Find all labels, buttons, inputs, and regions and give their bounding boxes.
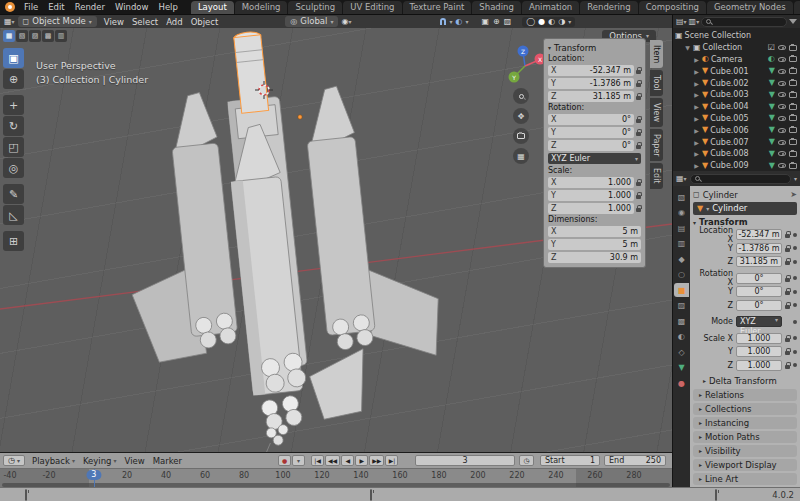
- frame-end-field[interactable]: End 250: [604, 455, 666, 466]
- outliner-row-scene-collection[interactable]: ▣Scene Collection: [673, 30, 800, 42]
- jump-to-start-button[interactable]: |◀: [311, 455, 324, 466]
- expand-arrow-icon[interactable]: ▶: [693, 91, 700, 98]
- lock-icon[interactable]: [636, 132, 641, 136]
- hide-in-viewport-icon[interactable]: [778, 163, 786, 168]
- lock-icon[interactable]: [636, 195, 641, 199]
- viewport-menu-object[interactable]: Object: [187, 17, 223, 27]
- lock-icon[interactable]: [636, 70, 641, 74]
- lock-icon[interactable]: [785, 365, 790, 369]
- outliner-row-cube-008[interactable]: ▶▼Cube.008▼: [673, 148, 800, 160]
- lock-icon[interactable]: [636, 145, 641, 149]
- n-panel-rotation-y-field[interactable]: Y0°: [548, 127, 634, 138]
- show-overlays-toggle[interactable]: ⊕: [493, 18, 500, 26]
- properties-tab-scene[interactable]: ◆: [674, 252, 689, 266]
- disable-in-renders-icon[interactable]: [789, 92, 797, 98]
- property-value-field[interactable]: -1.3786 m: [736, 243, 782, 254]
- outliner-search-input[interactable]: [701, 17, 787, 27]
- panel-visibility[interactable]: ▸Visibility: [693, 445, 797, 457]
- lock-icon[interactable]: [785, 234, 790, 238]
- workspace-tab-script[interactable]: Script: [794, 1, 800, 14]
- outliner-row-cube-004[interactable]: ▶▼Cube.004▼: [673, 101, 800, 113]
- properties-tab-tool[interactable]: ▧: [674, 190, 689, 204]
- timeline-menu-keying[interactable]: Keying▾: [80, 456, 120, 466]
- n-panel-dimensions-z-field[interactable]: Z30.9 m: [548, 252, 641, 263]
- rotation-mode-dropdown[interactable]: XYZ Euler▾: [736, 316, 782, 327]
- menu-render[interactable]: Render: [70, 0, 110, 14]
- current-frame-indicator[interactable]: 3: [86, 470, 101, 480]
- play-reverse-button[interactable]: ◀: [341, 455, 354, 466]
- material-preview-button[interactable]: ◐: [548, 18, 555, 26]
- workspace-tab-uv-editing[interactable]: UV Editing: [343, 1, 401, 14]
- animate-property-dot[interactable]: [793, 276, 797, 280]
- timeline-menu-marker[interactable]: Marker: [150, 456, 185, 466]
- lock-icon[interactable]: [636, 119, 641, 123]
- n-panel-rotation-z-field[interactable]: Z0°: [548, 140, 634, 151]
- property-value-field[interactable]: 0°: [736, 300, 782, 311]
- show-gizmo-toggle[interactable]: ▣: [481, 18, 489, 26]
- properties-tab-render[interactable]: ◉: [674, 206, 689, 220]
- jump-to-end-button[interactable]: ▶|: [385, 455, 398, 466]
- tool-scale[interactable]: ◰: [3, 137, 24, 157]
- animate-property-dot[interactable]: [793, 336, 797, 340]
- current-frame-field[interactable]: 3: [415, 455, 515, 466]
- panel-collections[interactable]: ▸Collections: [693, 403, 797, 415]
- toggle-xray-button[interactable]: ▨: [504, 18, 512, 26]
- tool-measure[interactable]: ◺: [3, 205, 24, 225]
- expand-arrow-icon[interactable]: ▶: [693, 103, 700, 110]
- n-panel-title-row[interactable]: ▾ Transform: [548, 42, 641, 53]
- hide-in-viewport-icon[interactable]: [778, 128, 786, 133]
- expand-arrow-icon[interactable]: ▶: [693, 68, 700, 75]
- frame-start-field[interactable]: Start 1: [540, 455, 600, 466]
- tool-select-box[interactable]: ▣: [3, 48, 24, 68]
- n-panel-location-x-field[interactable]: X-52.347 m: [548, 65, 634, 76]
- animate-property-dot[interactable]: [793, 320, 797, 324]
- animate-property-dot[interactable]: [793, 303, 797, 307]
- viewport-menu-select[interactable]: Select: [128, 17, 162, 27]
- menu-window[interactable]: Window: [110, 0, 154, 14]
- toggle-perspective-button[interactable]: ▦: [513, 148, 529, 164]
- rendered-shading-button[interactable]: ◑: [558, 18, 565, 26]
- n-panel-rotation-x-field[interactable]: X0°: [548, 114, 634, 125]
- property-value-field[interactable]: 0°: [736, 273, 782, 284]
- n-panel-tab-paper[interactable]: Paper: [650, 129, 663, 162]
- editor-type-3d-viewport-icon[interactable]: ▦▾: [4, 18, 15, 26]
- properties-tab-constraints[interactable]: ◇: [674, 345, 689, 359]
- pin-id-icon[interactable]: ➤: [790, 190, 797, 199]
- properties-tab-output[interactable]: ▤: [674, 221, 689, 235]
- disable-in-renders-icon[interactable]: [789, 80, 797, 86]
- disable-in-renders-icon[interactable]: [789, 45, 797, 51]
- outliner-filter-icon[interactable]: [789, 19, 797, 24]
- collapse-arrow-icon[interactable]: ▼: [684, 44, 691, 51]
- wireframe-shading-button[interactable]: ◯: [526, 18, 535, 26]
- timeline-menu-playback[interactable]: Playback▾: [29, 456, 78, 466]
- panel-motion-paths[interactable]: ▸Motion Paths: [693, 431, 797, 443]
- expand-arrow-icon[interactable]: ▶: [693, 150, 700, 157]
- n-panel-dimensions-y-field[interactable]: Y5 m: [548, 239, 641, 250]
- outliner-row-collection[interactable]: ▼▣Collection☑: [673, 42, 800, 54]
- properties-tab-material[interactable]: ●: [674, 376, 689, 390]
- previous-keyframe-button[interactable]: ◀◀: [325, 455, 340, 466]
- navigation-gizmo[interactable]: Z X Y: [503, 42, 547, 86]
- workspace-tab-sculpting[interactable]: Sculpting: [288, 1, 342, 14]
- outliner-row-cube-001[interactable]: ▶▼Cube.001▼: [673, 65, 800, 77]
- rocket-model-render[interactable]: [106, 28, 452, 452]
- lock-icon[interactable]: [785, 278, 790, 282]
- tool-move[interactable]: +: [3, 95, 24, 115]
- pivot-point-dropdown[interactable]: ◉▾: [341, 18, 351, 26]
- animate-property-dot[interactable]: [793, 350, 797, 354]
- lock-icon[interactable]: [785, 291, 790, 295]
- expand-arrow-icon[interactable]: ▶: [693, 162, 700, 169]
- properties-tab-modifiers[interactable]: ▨: [674, 299, 689, 313]
- solid-shading-button[interactable]: ●: [538, 18, 545, 26]
- outliner-row-cube-006[interactable]: ▶▼Cube.006▼: [673, 124, 800, 136]
- animate-property-dot[interactable]: [793, 290, 797, 294]
- play-button[interactable]: ▶: [355, 455, 368, 466]
- n-panel-location-y-field[interactable]: Y-1.3786 m: [548, 78, 634, 89]
- properties-search-input[interactable]: [690, 174, 791, 184]
- object-name-field[interactable]: ▼▾ Cylinder: [693, 202, 797, 215]
- expand-arrow-icon[interactable]: ▶: [693, 139, 700, 146]
- disable-in-renders-icon[interactable]: [789, 127, 797, 133]
- checkbox-icon[interactable]: ☑: [768, 44, 775, 52]
- shading-dropdown[interactable]: ▾: [568, 18, 571, 25]
- proportional-editing-toggle[interactable]: ◐: [455, 18, 462, 26]
